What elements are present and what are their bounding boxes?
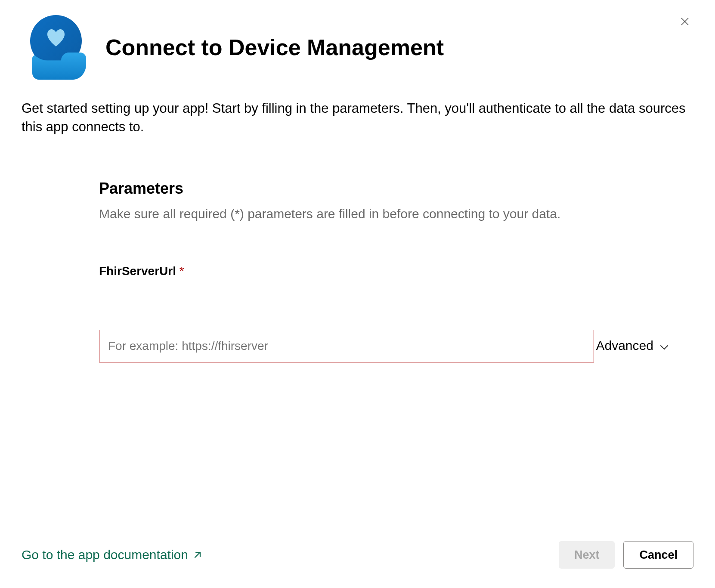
documentation-link[interactable]: Go to the app documentation bbox=[22, 548, 201, 562]
close-icon bbox=[680, 22, 690, 28]
external-link-icon bbox=[193, 548, 201, 562]
close-button[interactable] bbox=[676, 13, 693, 31]
parameters-description: Make sure all required (*) parameters ar… bbox=[99, 204, 573, 223]
cancel-button[interactable]: Cancel bbox=[623, 541, 693, 569]
fhir-server-url-label: FhirServerUrl * bbox=[99, 264, 672, 278]
dialog-description: Get started setting up your app! Start b… bbox=[22, 99, 693, 136]
parameters-title: Parameters bbox=[99, 179, 672, 198]
parameters-section: Parameters Make sure all required (*) pa… bbox=[22, 179, 693, 362]
dialog-header: Connect to Device Management bbox=[22, 13, 693, 82]
field-label-text: FhirServerUrl bbox=[99, 264, 176, 278]
app-icon bbox=[22, 13, 90, 82]
footer-buttons: Next Cancel bbox=[559, 541, 693, 569]
doc-link-text: Go to the app documentation bbox=[22, 548, 188, 562]
fhir-server-url-input[interactable] bbox=[99, 330, 594, 362]
dialog-footer: Go to the app documentation Next Cancel bbox=[22, 541, 693, 569]
dialog-title: Connect to Device Management bbox=[105, 34, 444, 60]
advanced-toggle[interactable]: Advanced bbox=[596, 338, 668, 353]
next-button[interactable]: Next bbox=[559, 541, 615, 569]
advanced-label: Advanced bbox=[596, 338, 653, 353]
required-indicator: * bbox=[180, 264, 184, 278]
chevron-down-icon bbox=[660, 338, 669, 353]
